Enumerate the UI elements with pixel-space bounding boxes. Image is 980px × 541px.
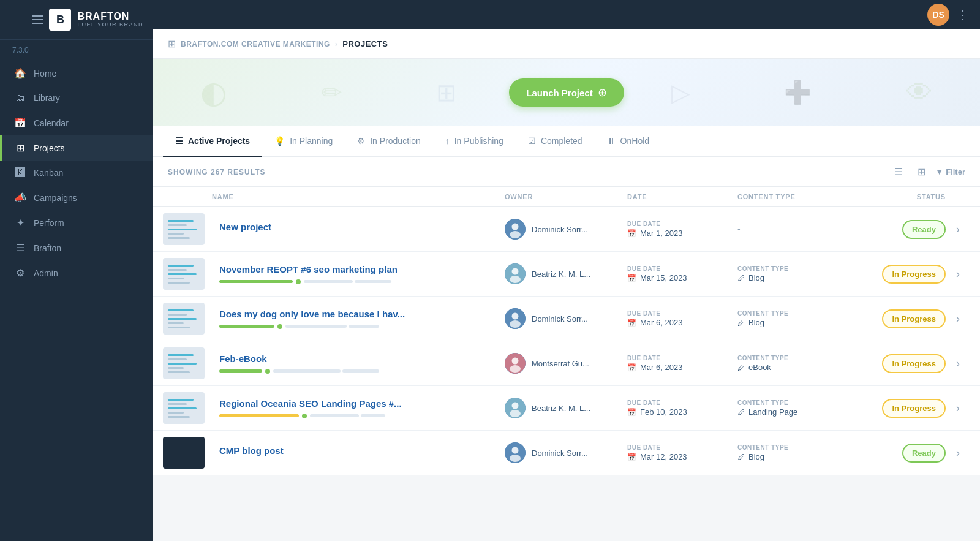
hero-icon-1: ◐ [200, 75, 227, 110]
row-content-type: CONTENT TYPE 🖊 Landing Page [737, 399, 848, 417]
col-date: DATE [627, 193, 737, 200]
svg-point-16 [512, 447, 519, 454]
row-status: Ready [848, 444, 946, 463]
table-row[interactable]: CMP blog post Dominick Sorr... DUE DATE … [153, 431, 980, 475]
due-date-value: 📅 Mar 12, 2023 [627, 452, 737, 461]
col-thumb [163, 193, 212, 200]
table-row[interactable]: Regional Oceania SEO Landing Pages #... … [153, 386, 980, 431]
progress-segment [342, 369, 379, 373]
tab-production[interactable]: ⚙In Production [345, 126, 433, 157]
calendar-icon: 📅 [627, 319, 636, 327]
sidebar-item-calendar[interactable]: 📅Calendar [0, 110, 153, 135]
hero-icon-7: 👁 [906, 77, 933, 108]
hamburger-menu[interactable] [32, 15, 43, 24]
campaigns-icon: 📣 [14, 192, 26, 203]
progress-segment [310, 414, 359, 417]
sidebar-label-campaigns: Campaigns [34, 193, 77, 203]
expand-chevron[interactable]: › [946, 268, 970, 281]
hero-icon-3: ⊞ [436, 78, 457, 107]
table-row[interactable]: New project Dominick Sorr... DUE DATE 📅 … [153, 207, 980, 252]
status-badge: In Progress [882, 354, 946, 373]
view-controls: ☰ ⊞ ▼ Filter [889, 164, 965, 180]
more-options-icon[interactable]: ⋮ [957, 7, 970, 22]
due-date-label: DUE DATE [627, 221, 737, 227]
calendar-icon: 📅 [627, 363, 636, 372]
tab-active[interactable]: ☰Active Projects [163, 126, 262, 157]
onhold-tab-icon: ⏸ [607, 136, 616, 146]
sidebar-item-admin[interactable]: ⚙Admin [0, 260, 153, 286]
content-type-value: 🖊 Blog [737, 318, 848, 327]
sidebar-item-campaigns[interactable]: 📣Campaigns [0, 185, 153, 210]
row-thumbnail [163, 303, 205, 335]
expand-chevron[interactable]: › [946, 312, 970, 325]
svg-point-2 [510, 231, 521, 238]
progress-dot [277, 324, 282, 329]
progress-segment [349, 325, 379, 328]
row-owner: Beatriz K. M. L... [505, 398, 627, 418]
projects-icon: ⊞ [14, 142, 26, 154]
row-content-type: CONTENT TYPE 🖊 eBook [737, 355, 848, 372]
sidebar-item-perform[interactable]: ✦Perform [0, 210, 153, 235]
col-content-type: CONTENT TYPE [737, 193, 848, 200]
expand-chevron[interactable]: › [946, 402, 970, 415]
tab-publishing[interactable]: ↑In Publishing [433, 126, 516, 157]
sidebar-item-projects[interactable]: ⊞Projects [0, 135, 153, 161]
tab-onhold[interactable]: ⏸OnHold [595, 126, 662, 157]
content-type-label: CONTENT TYPE [737, 444, 848, 451]
table-row[interactable]: Does my dog only love me because I hav..… [153, 297, 980, 341]
filter-label: Filter [946, 167, 965, 176]
projects-table: NAME OWNER DATE CONTENT TYPE STATUS New … [153, 187, 980, 475]
svg-point-1 [512, 224, 519, 230]
tab-completed[interactable]: ☑Completed [516, 126, 595, 157]
sidebar-item-home[interactable]: 🏠Home [0, 61, 153, 86]
hero-icon-5: ▷ [671, 78, 690, 107]
row-name-area: Feb-eBook [212, 354, 505, 374]
status-badge: Ready [902, 220, 946, 239]
due-date-label: DUE DATE [627, 265, 737, 272]
brand-tagline: FUEL YOUR BRAND [77, 22, 143, 28]
content-type-label: CONTENT TYPE [737, 310, 848, 317]
filter-button[interactable]: ▼ Filter [935, 167, 965, 176]
expand-chevron[interactable]: › [946, 223, 970, 236]
row-owner: Beatriz K. M. L... [505, 263, 627, 284]
svg-point-13 [512, 403, 519, 409]
planning-tab-label: In Planning [290, 136, 333, 146]
results-bar: SHOWING 267 RESULTS ☰ ⊞ ▼ Filter [153, 157, 980, 187]
expand-chevron[interactable]: › [946, 357, 970, 370]
table-row[interactable]: Feb-eBook Montserrat Gu... DUE DATE 📅 Ma… [153, 341, 980, 386]
col-owner: OWNER [505, 193, 627, 200]
table-row[interactable]: November REOPT #6 seo marketing plan Bea… [153, 252, 980, 297]
row-status: Ready [848, 220, 946, 239]
sidebar-label-library: Library [34, 93, 60, 103]
user-avatar[interactable]: DS [927, 4, 949, 26]
owner-avatar [505, 263, 526, 284]
row-name-area: November REOPT #6 seo marketing plan [212, 264, 505, 284]
sidebar-item-kanban[interactable]: 🅺Kanban [0, 161, 153, 185]
completed-tab-label: Completed [541, 136, 582, 146]
sidebar-logo: B BRAFTON FUEL YOUR BRAND [0, 0, 153, 40]
owner-avatar [505, 219, 526, 240]
brand-name: BRAFTON [77, 11, 143, 22]
sidebar-item-brafton[interactable]: ☰Brafton [0, 235, 153, 260]
launch-project-button[interactable]: Launch Project ⊕ [509, 78, 624, 107]
progress-dot [265, 369, 270, 374]
row-thumbnail [163, 213, 205, 245]
row-name: Feb-eBook [219, 354, 497, 364]
tab-planning[interactable]: 💡In Planning [262, 126, 345, 157]
content-type-label: CONTENT TYPE [737, 265, 848, 272]
sidebar-label-projects: Projects [34, 143, 65, 153]
sidebar-item-library[interactable]: 🗂Library [0, 86, 153, 110]
content-type-label: CONTENT TYPE [737, 399, 848, 406]
row-date: DUE DATE 📅 Mar 12, 2023 [627, 444, 737, 461]
row-thumbnail [163, 392, 205, 424]
grid-view-button[interactable]: ⊞ [913, 164, 930, 180]
row-name: CMP blog post [219, 445, 497, 456]
owner-name: Beatriz K. M. L... [532, 270, 590, 279]
sidebar-label-admin: Admin [34, 268, 58, 278]
list-view-button[interactable]: ☰ [889, 164, 908, 180]
breadcrumb-separator: › [335, 39, 337, 48]
expand-chevron[interactable]: › [946, 447, 970, 460]
col-expand [946, 193, 970, 200]
row-thumbnail [163, 437, 205, 469]
row-owner: Montserrat Gu... [505, 353, 627, 374]
